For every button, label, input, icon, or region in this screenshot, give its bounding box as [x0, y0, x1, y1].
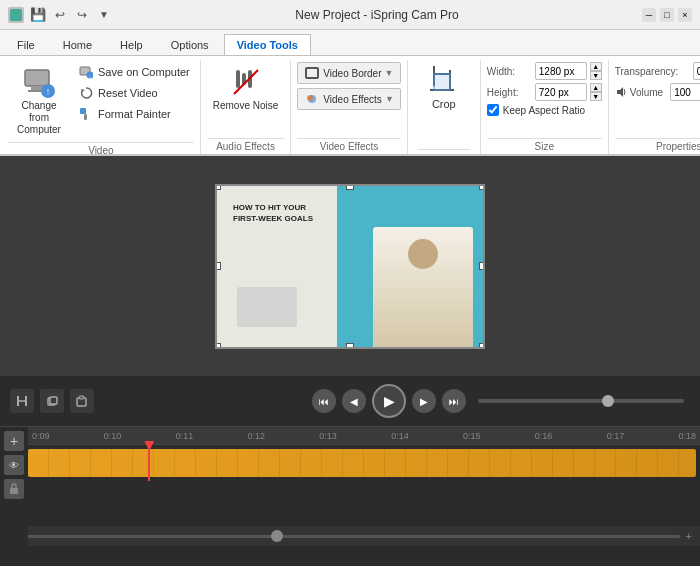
- laptop-shape: [237, 287, 297, 327]
- ruler-mark-1: 0:09: [32, 431, 50, 441]
- tab-options[interactable]: Options: [158, 34, 222, 55]
- height-input[interactable]: [535, 83, 587, 101]
- ruler-mark-9: 0:17: [607, 431, 625, 441]
- ruler-mark-5: 0:13: [319, 431, 337, 441]
- video-border-button[interactable]: Video Border ▼: [297, 62, 400, 84]
- window-buttons: ─ □ ×: [642, 8, 692, 22]
- reset-video-button[interactable]: Reset Video: [74, 83, 194, 103]
- width-up[interactable]: ▲: [590, 62, 602, 71]
- reset-video-label: Reset Video: [98, 87, 158, 99]
- prev-frame-btn[interactable]: ◀: [342, 389, 366, 413]
- playback-progress[interactable]: [478, 399, 684, 403]
- transparency-label: Transparency:: [615, 66, 690, 77]
- next-frame-btn[interactable]: ▶: [412, 389, 436, 413]
- video-effects-content: Video Border ▼ Video Effects ▼: [297, 60, 400, 138]
- redo-btn[interactable]: ↪: [74, 7, 90, 23]
- props-content: Transparency: ▲ ▼ Volume ▲ ▼: [615, 60, 700, 138]
- svg-rect-11: [84, 114, 87, 120]
- svg-rect-23: [434, 74, 450, 90]
- ribbon-group-video-effects: Video Border ▼ Video Effects ▼ Video Eff…: [291, 60, 407, 154]
- svg-text:↓: ↓: [89, 73, 92, 79]
- minimize-btn[interactable]: ─: [642, 8, 656, 22]
- resize-handle-b[interactable]: [346, 343, 354, 349]
- width-input[interactable]: [535, 62, 587, 80]
- resize-handle-r[interactable]: [479, 262, 485, 270]
- ruler-mark-2: 0:10: [104, 431, 122, 441]
- volume-input[interactable]: [670, 83, 700, 101]
- play-btn[interactable]: ▶: [372, 384, 406, 418]
- ruler-mark-4: 0:12: [247, 431, 265, 441]
- video-effects-label: Video Effects: [323, 94, 382, 105]
- video-preview[interactable]: HOW TO HIT YOUR FIRST-WEEK GOALS: [215, 184, 485, 349]
- size-content: Width: ▲ ▼ Height: ▲ ▼ Keep Aspect Ratio: [487, 60, 602, 138]
- video-track[interactable]: [28, 449, 696, 477]
- size-group-label: Size: [487, 138, 602, 154]
- timeline-ruler: 0:09 0:10 0:11 0:12 0:13 0:14 0:15 0:16 …: [28, 427, 700, 445]
- height-down[interactable]: ▼: [590, 92, 602, 101]
- ruler-mark-10: 0:18: [678, 431, 696, 441]
- remove-noise-label: Remove Noise: [213, 100, 279, 112]
- video-border-arrow: ▼: [385, 68, 394, 78]
- svg-marker-24: [617, 87, 623, 97]
- tab-help[interactable]: Help: [107, 34, 156, 55]
- height-up[interactable]: ▲: [590, 83, 602, 92]
- undo-btn[interactable]: ↩: [52, 7, 68, 23]
- transport-bar: ⏮ ◀ ▶ ▶ ⏭: [0, 376, 700, 426]
- svg-rect-52: [10, 488, 18, 494]
- keep-aspect-ratio-row: Keep Aspect Ratio: [487, 104, 585, 116]
- zoom-slider-thumb[interactable]: [271, 530, 283, 542]
- quick-access-more[interactable]: ▼: [96, 7, 112, 23]
- add-track-btn[interactable]: +: [4, 431, 24, 451]
- quick-access-save[interactable]: 💾: [30, 7, 46, 23]
- paste-transport-btn[interactable]: [70, 389, 94, 413]
- playhead: [148, 445, 150, 481]
- eye-btn[interactable]: 👁: [4, 455, 24, 475]
- resize-handle-bl[interactable]: [215, 343, 221, 349]
- close-btn[interactable]: ×: [678, 8, 692, 22]
- maximize-btn[interactable]: □: [660, 8, 674, 22]
- crop-button[interactable]: Crop: [418, 62, 470, 110]
- volume-icon: [615, 86, 627, 98]
- height-spin: ▲ ▼: [590, 83, 602, 101]
- volume-label: Volume: [630, 87, 663, 98]
- crop-label: Crop: [432, 98, 456, 110]
- tab-video-tools[interactable]: Video Tools: [224, 34, 311, 55]
- width-row: Width: ▲ ▼: [487, 62, 602, 80]
- width-down[interactable]: ▼: [590, 71, 602, 80]
- window-title: New Project - iSpring Cam Pro: [112, 8, 642, 22]
- format-painter-button[interactable]: Format Painter: [74, 104, 194, 124]
- save-computer-icon: ↓: [78, 64, 94, 80]
- lock-btn[interactable]: [4, 479, 24, 499]
- ruler-mark-8: 0:16: [535, 431, 553, 441]
- resize-handle-tr[interactable]: [479, 184, 485, 190]
- remove-noise-button[interactable]: Remove Noise: [207, 62, 285, 116]
- skip-forward-btn[interactable]: ⏭: [442, 389, 466, 413]
- save-on-computer-button[interactable]: ↓ Save on Computer: [74, 62, 194, 82]
- svg-rect-0: [10, 9, 22, 21]
- change-from-computer-button[interactable]: ↑ Change from Computer: [8, 62, 70, 140]
- zoom-in-btn[interactable]: +: [686, 530, 692, 542]
- resize-handle-l[interactable]: [215, 262, 221, 270]
- video-effects-button[interactable]: Video Effects ▼: [297, 88, 400, 110]
- skip-back-btn[interactable]: ⏮: [312, 389, 336, 413]
- resize-handle-br[interactable]: [479, 343, 485, 349]
- size-group-label-crop: [418, 149, 470, 154]
- audio-group-content: Remove Noise: [207, 60, 285, 138]
- reset-video-icon: [78, 85, 94, 101]
- change-from-computer-label: Change from Computer: [14, 100, 64, 136]
- volume-label-row: Volume: [615, 86, 663, 98]
- zoom-slider-track[interactable]: [20, 535, 679, 538]
- keep-aspect-ratio-checkbox[interactable]: [487, 104, 499, 116]
- copy-transport-btn[interactable]: [40, 389, 64, 413]
- tab-home[interactable]: Home: [50, 34, 105, 55]
- resize-handle-tl[interactable]: [215, 184, 221, 190]
- svg-text:↑: ↑: [46, 86, 51, 97]
- resize-handle-t[interactable]: [346, 184, 354, 190]
- transparency-input[interactable]: [693, 62, 700, 80]
- video-text: HOW TO HIT YOUR FIRST-WEEK GOALS: [233, 202, 313, 224]
- remove-noise-icon: [230, 66, 262, 98]
- tab-file[interactable]: File: [4, 34, 48, 55]
- progress-indicator: [602, 395, 614, 407]
- format-painter-label: Format Painter: [98, 108, 171, 120]
- cut-transport-btn[interactable]: [10, 389, 34, 413]
